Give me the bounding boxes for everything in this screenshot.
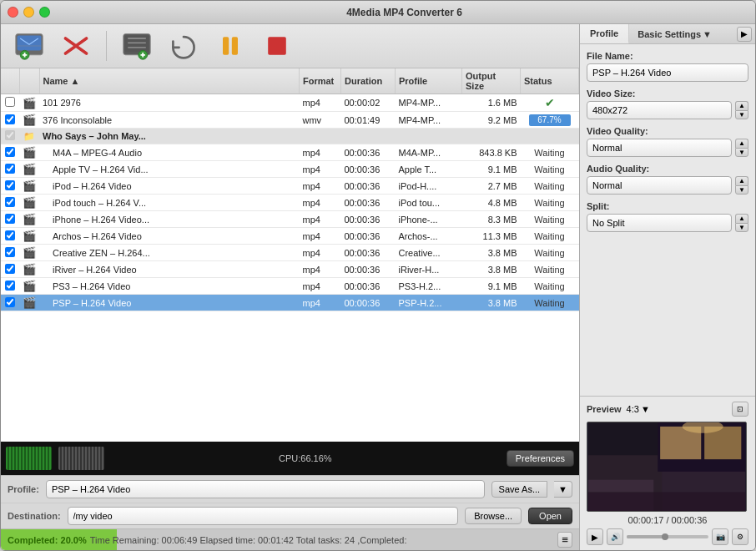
settings-small-button[interactable]: ⚙ [732,528,748,545]
profile-label: Profile: [8,484,39,494]
table-row[interactable]: 🎬 iPod – H.264 Video mp4 00:00:36 iPod-H… [1,178,579,195]
audioquality-select[interactable]: Normal Low High [587,176,732,195]
videoquality-stepper-up[interactable]: ▲ [735,139,748,148]
row-checkbox-cell[interactable] [1,245,19,261]
row-duration: 00:00:36 [341,144,396,161]
table-row[interactable]: 🎬 376 Inconsolable wmv 00:01:49 MP4-MP..… [1,112,579,129]
videosize-select[interactable]: 480x272 320x240 640x480 [587,101,732,119]
close-button[interactable] [8,7,18,18]
audioquality-stepper-up[interactable]: ▲ [735,176,748,185]
table-row[interactable]: 📁 Who Says – John May... [1,129,579,144]
refresh-button[interactable] [164,29,204,63]
minimize-button[interactable] [23,7,34,18]
row-checkbox[interactable] [5,147,15,157]
filename-input[interactable] [587,63,748,82]
row-checkbox[interactable] [5,230,15,240]
col-duration[interactable]: Duration [341,68,396,94]
table-row[interactable]: 🎬 iPhone – H.264 Video... mp4 00:00:36 i… [1,211,579,228]
row-checkbox[interactable] [5,164,15,174]
split-stepper-down[interactable]: ▼ [735,223,748,232]
volume-button[interactable]: 🔊 [607,528,623,545]
profile-select[interactable]: PSP – H.264 Video [46,480,485,498]
row-checkbox[interactable] [5,281,15,291]
split-select[interactable]: No Split By Size By Duration [587,214,732,232]
row-checkbox-cell[interactable] [1,178,19,195]
videosize-stepper-down[interactable]: ▼ [735,110,748,119]
preview-progress-slider[interactable] [627,535,708,538]
col-name[interactable]: Name ▲ [39,68,300,94]
preview-label: Preview [587,404,622,414]
split-select-wrap: No Split By Size By Duration [587,214,732,232]
table-row[interactable]: 🎬 101 2976 mp4 00:00:02 MP4-MP... 1.6 MB… [1,94,579,112]
add-button[interactable] [9,29,49,63]
row-checkbox-cell[interactable] [1,295,19,311]
table-row[interactable]: 🎬 iPod touch – H.264 V... mp4 00:00:36 i… [1,195,579,211]
row-checkbox[interactable] [5,180,15,190]
preferences-button[interactable]: Preferences [507,450,574,467]
save-as-button[interactable]: Save As... [491,481,548,498]
col-size[interactable]: Output Size [462,68,521,94]
open-button[interactable]: Open [528,508,572,524]
row-checkbox-cell[interactable] [1,278,19,295]
add-task-button[interactable] [117,29,157,63]
row-checkbox[interactable] [5,247,15,257]
row-icon-cell: 🎬 [19,112,39,129]
row-checkbox[interactable] [5,130,15,140]
table-row[interactable]: 🎬 Apple TV – H.264 Vid... mp4 00:00:36 A… [1,161,579,178]
row-format [300,129,341,144]
row-checkbox-cell[interactable] [1,161,19,178]
row-checkbox[interactable] [5,264,15,274]
audioquality-value-row: Normal Low High ▲ ▼ [587,176,748,195]
preview-image [587,422,746,511]
tab-profile[interactable]: Profile [580,24,629,43]
table-row[interactable]: 🎬 M4A – MPEG-4 Audio mp4 00:00:36 M4A-MP… [1,144,579,161]
expand-panel-button[interactable]: ▶ [737,27,752,42]
table-row[interactable]: 🎬 iRiver – H.264 Video mp4 00:00:36 iRiv… [1,261,579,278]
table-row[interactable]: 🎬 PS3 – H.264 Video mp4 00:00:36 PS3-H.2… [1,278,579,295]
audioquality-stepper-down[interactable]: ▼ [735,185,748,195]
row-checkbox-cell[interactable] [1,129,19,144]
row-checkbox-cell[interactable] [1,228,19,245]
screenshot-button[interactable]: 📷 [712,528,728,545]
col-status[interactable]: Status [521,68,579,94]
preview-ratio[interactable]: 4:3 ▼ [627,404,650,414]
table-header-row: Name ▲ Format Duration Profile Output Si… [1,68,579,94]
table-row[interactable]: 🎬 Archos – H.264 Video mp4 00:00:36 Arch… [1,228,579,245]
row-duration: 00:00:36 [341,195,396,211]
videoquality-select[interactable]: Normal Low High [587,139,732,157]
file-table-wrapper: Name ▲ Format Duration Profile Output Si… [1,68,579,442]
table-row[interactable]: 🎬 PSP – H.264 Video mp4 00:00:36 PSP-H.2… [1,295,579,311]
stop-button[interactable] [257,29,297,63]
row-checkbox-cell[interactable] [1,112,19,129]
row-checkbox[interactable] [5,297,15,307]
browse-button[interactable]: Browse... [465,508,522,524]
completion-status: Completed: 20.0% [8,535,87,545]
pause-button[interactable] [210,29,250,63]
remove-button[interactable] [56,29,96,63]
split-stepper-up[interactable]: ▲ [735,214,748,223]
film-icon: 🎬 [23,97,36,109]
row-checkbox[interactable] [5,114,15,124]
tab-basic-settings[interactable]: Basic Settings ▼ [629,25,720,43]
table-row[interactable]: 🎬 Creative ZEN – H.264... mp4 00:00:36 C… [1,245,579,261]
row-checkbox[interactable] [5,97,15,107]
save-as-arrow[interactable]: ▼ [554,481,572,498]
row-checkbox[interactable] [5,214,15,224]
svg-rect-1 [18,35,42,50]
row-checkbox-cell[interactable] [1,195,19,211]
row-checkbox-cell[interactable] [1,144,19,161]
row-checkbox-cell[interactable] [1,211,19,228]
destination-input[interactable] [68,507,459,525]
videoquality-stepper-down[interactable]: ▼ [735,148,748,157]
col-format[interactable]: Format [300,68,341,94]
split-label: Split: [587,201,748,211]
videosize-stepper-up[interactable]: ▲ [735,101,748,110]
col-profile[interactable]: Profile [396,68,462,94]
maximize-button[interactable] [39,7,50,18]
play-button[interactable]: ▶ [587,528,603,545]
status-detail-button[interactable]: ≡ [557,532,572,548]
row-checkbox[interactable] [5,197,15,207]
row-checkbox-cell[interactable] [1,94,19,112]
preview-fullscreen-button[interactable]: ⊡ [732,402,748,417]
row-checkbox-cell[interactable] [1,261,19,278]
